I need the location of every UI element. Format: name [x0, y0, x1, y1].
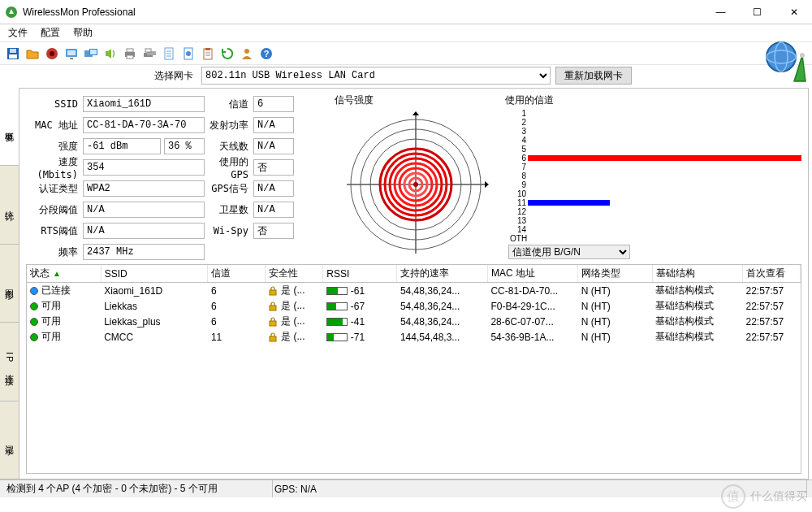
col-header-0[interactable]: 状态▲ — [27, 265, 101, 283]
col-header-7[interactable]: 网络类型 — [578, 265, 652, 283]
freq-value: 2437 MHz — [83, 244, 205, 260]
svg-rect-8 — [70, 58, 73, 59]
txpower-label: 发射功率 — [205, 119, 253, 132]
vtab-3[interactable]: IP 连接 — [0, 323, 19, 401]
channel-row-4: 4 — [528, 136, 801, 145]
svg-rect-7 — [67, 50, 76, 55]
channel-row-11: 11 — [528, 198, 801, 207]
rssi-bar-icon — [326, 333, 348, 341]
strength-dbm-value: -61 dBm — [83, 138, 161, 154]
status-dot-icon — [30, 318, 38, 326]
col-header-2[interactable]: 信道 — [208, 265, 266, 283]
antenna-label: 天线数 — [205, 140, 253, 154]
table-row[interactable]: 可用Liekkas6 是 (...-6754,48,36,24...F0-B4-… — [27, 298, 801, 314]
close-button[interactable]: ✕ — [775, 0, 812, 24]
col-header-3[interactable]: 安全性 — [266, 265, 323, 283]
rts-label: RTS阈值 — [26, 224, 83, 238]
signal-strength-panel: 信号强度 — [335, 93, 497, 259]
col-header-6[interactable]: MAC 地址 — [487, 265, 577, 283]
col-header-8[interactable]: 基础结构 — [652, 265, 742, 283]
channel-bar-6 — [528, 155, 801, 161]
svg-rect-50 — [270, 321, 276, 326]
signal-strength-header: 信号强度 — [335, 93, 497, 109]
channel-row-3: 3 — [528, 127, 801, 136]
menu-bar: 文件 配置 帮助 — [0, 24, 812, 42]
multimonitor-icon[interactable] — [81, 44, 101, 63]
lock-icon — [269, 332, 277, 342]
menu-help[interactable]: 帮助 — [67, 24, 99, 41]
toolbar: ? — [0, 42, 812, 65]
maximize-button[interactable]: ☐ — [739, 0, 775, 24]
col-header-9[interactable]: 首次查看 — [742, 265, 800, 283]
vertical-tabs: 概要统计图形IP 连接记录 — [0, 88, 19, 479]
svg-rect-25 — [205, 48, 210, 50]
svg-point-28 — [244, 49, 249, 54]
lock-icon — [269, 317, 277, 327]
printers-icon[interactable] — [140, 44, 159, 63]
channel-row-OTH: OTH — [528, 234, 801, 243]
channel-usage-panel: 使用的信道 1234567891011121314OTH 信道使用 B/G/N — [505, 93, 801, 259]
menu-file[interactable]: 文件 — [2, 24, 34, 41]
report-icon[interactable] — [159, 44, 179, 63]
script-icon[interactable] — [179, 44, 198, 63]
main-area: 概要统计图形IP 连接记录 SSID Xiaomi_161D 信道 6 MAC … — [0, 88, 812, 479]
vtab-1[interactable]: 统计 — [0, 166, 19, 244]
svg-rect-17 — [145, 49, 151, 52]
frag-label: 分段阈值 — [26, 203, 83, 217]
svg-rect-2 — [9, 54, 17, 59]
channel-row-12: 12 — [528, 207, 801, 216]
refresh-icon[interactable] — [218, 44, 237, 63]
vtab-2[interactable]: 图形 — [0, 245, 19, 323]
frag-value: N/A — [83, 202, 205, 218]
status-dot-icon — [30, 302, 38, 310]
clipboard-icon[interactable] — [198, 44, 218, 63]
sound-icon[interactable] — [101, 44, 120, 63]
menu-config[interactable]: 配置 — [34, 24, 67, 41]
adapter-select[interactable]: 802.11n USB Wireless LAN Card — [201, 67, 551, 85]
reload-adapter-button[interactable]: 重新加载网卡 — [555, 67, 632, 85]
person-icon[interactable] — [237, 44, 257, 63]
minimize-button[interactable]: — — [702, 0, 739, 24]
gps-signal-label: GPS信号 — [205, 182, 253, 196]
mac-label: MAC 地址 — [26, 119, 83, 132]
auth-label: 认证类型 — [26, 182, 83, 196]
globe-antenna-icon — [763, 39, 809, 85]
sort-arrow-icon: ▲ — [53, 269, 61, 278]
speed-value: 354 — [83, 159, 205, 176]
list-empty-space — [27, 345, 801, 473]
watermark-icon: 值 — [721, 484, 745, 509]
desktop-icon[interactable] — [62, 44, 81, 63]
col-header-4[interactable]: RSSI — [323, 265, 397, 283]
record-icon[interactable] — [42, 44, 62, 63]
rts-value: N/A — [83, 223, 205, 239]
rssi-bar-icon — [326, 318, 348, 326]
table-row[interactable]: 可用Liekkas_plus6 是 (...-4154,48,36,24...2… — [27, 314, 801, 329]
channel-mode-select[interactable]: 信道使用 B/G/N — [508, 245, 630, 259]
rssi-bar-icon — [326, 302, 348, 310]
vtab-0[interactable]: 概要 — [0, 88, 19, 166]
lock-icon — [269, 286, 277, 296]
table-row[interactable]: 可用CMCC11 是 (...-71144,54,48,3...54-36-9B… — [27, 329, 801, 345]
rssi-bar-icon — [326, 287, 348, 295]
col-header-1[interactable]: SSID — [101, 265, 208, 283]
signal-radar — [335, 109, 497, 259]
col-header-5[interactable]: 支持的速率 — [397, 265, 487, 283]
auth-value: WPA2 — [83, 180, 205, 197]
strength-pct-value: 36 % — [164, 138, 205, 154]
watermark: 值 什么值得买 — [721, 484, 807, 509]
channel-label: 信道 — [205, 98, 253, 111]
lock-icon — [269, 302, 277, 311]
help-icon[interactable]: ? — [257, 44, 276, 63]
gps-used-value: 否 — [253, 159, 294, 176]
network-table[interactable]: 状态▲SSID信道安全性RSSI支持的速率MAC 地址网络类型基础结构首次查看 … — [27, 265, 801, 345]
gps-used-label: 使用的GPS — [205, 155, 253, 180]
folder-icon[interactable] — [23, 44, 42, 63]
status-detect: 检测到 4 个AP (4 个加密 - 0 个未加密) - 5 个可用 — [5, 480, 273, 497]
table-row[interactable]: 已连接Xiaomi_161D6 是 (...-6154,48,36,24...C… — [27, 283, 801, 299]
print-icon[interactable] — [120, 44, 140, 63]
vtab-4[interactable]: 记录 — [0, 401, 19, 479]
adapter-label: 选择网卡 — [154, 69, 193, 83]
channel-row-8: 8 — [528, 171, 801, 180]
adapter-selector-row: 选择网卡 802.11n USB Wireless LAN Card 重新加载网… — [0, 65, 812, 88]
save-icon[interactable] — [3, 44, 23, 63]
